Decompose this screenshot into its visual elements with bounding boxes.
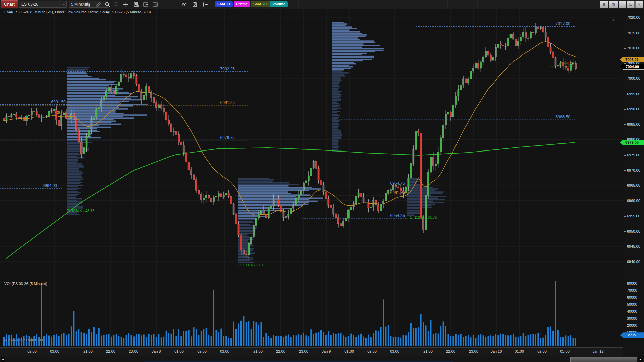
time-axis-tick: Jan 10 (491, 349, 502, 353)
copyright-text: © 2026 NinjaTrader, LLC (4, 338, 45, 342)
volume-panel-label: VOL(ES 03-26 (5 Minute)) (4, 282, 47, 286)
volume-axis-tick: 20000 (624, 323, 637, 327)
price-level-label: 6954.25 (390, 213, 405, 218)
scroll-right-arrow[interactable]: ► (638, 357, 643, 362)
time-axis-tick: 01:00 (515, 349, 524, 353)
panel-left-icon[interactable] (142, 1, 149, 8)
profile-sum-label: Σ: 1064K / 48.75 (67, 209, 94, 213)
time-axis[interactable]: 02:0003:0021:0022:0023:00Jan 801:0002:00… (0, 347, 623, 356)
price-axis-tick: 6990.00 (624, 107, 640, 111)
volume-axis-tick: 30000 (624, 316, 637, 320)
price-axis-tick: 6965.00 (624, 183, 640, 187)
time-axis-tick: 21:00 (423, 349, 433, 353)
time-axis-tick: 22:00 (446, 349, 455, 353)
close-button[interactable]: ✕ (635, 1, 643, 8)
time-axis-tick: 03:00 (50, 349, 59, 353)
price-axis-tick: 7010.00 (624, 46, 640, 50)
time-axis-tick: Jan 9 (322, 349, 331, 353)
indicator-badge-profile[interactable]: Profile (234, 1, 250, 7)
time-axis-tick: 22:00 (106, 349, 115, 353)
current-volume-badge: 2715 (620, 332, 644, 338)
profile-sum-label: Σ: 1091K / 37.75 (238, 263, 265, 267)
price-level-label: 6991.25 (220, 100, 235, 105)
volume-axis-tick: 60000 (624, 295, 637, 299)
volume-axis-tick: 40000 (624, 309, 637, 313)
time-axis-tick: 23:00 (469, 349, 478, 353)
time-axis-tick: 22:00 (276, 349, 285, 353)
price-level-label: 7017.00 (556, 21, 571, 26)
time-axis-tick: 03:00 (390, 349, 399, 353)
last-price-badge: 7004.00 (620, 64, 644, 70)
price-axis-tick: 6995.00 (624, 92, 640, 96)
crosshair-icon[interactable] (122, 1, 129, 8)
time-axis-tick: 03:00 (560, 349, 570, 353)
time-axis-tick: 21:00 (253, 349, 263, 353)
price-axis-tick: 6975.00 (624, 153, 640, 157)
chevron-down-icon: ▾ (63, 1, 65, 7)
scroll-left-arrow[interactable]: ◄ (1, 357, 5, 362)
list-icon[interactable] (202, 1, 209, 8)
ema-value-badge: 7006.21 (620, 57, 644, 62)
instrument-value: ES 03-26 (21, 2, 38, 7)
ninjatrader-chart-window: Σ: 1064K / 48.75Σ: 1091K / 37.75Σ: 1128K… (0, 0, 644, 362)
layout-split-button[interactable]: ◫ (609, 1, 618, 8)
price-level-label: 6986.50 (556, 115, 571, 119)
time-axis-tick: 21:00 (83, 349, 93, 353)
price-axis-tick: 6945.00 (624, 244, 640, 248)
volume-axis-tick: 70000 (624, 288, 637, 292)
time-axis-tick: 03:00 (220, 349, 229, 353)
time-axis-tick: Jan 8 (152, 349, 161, 353)
indicator-badge-sma200[interactable]: SMA 200 (251, 1, 271, 7)
window-controls: ▤ ◫ — ❐ ✕ (600, 1, 643, 8)
indicator-badge-ema21[interactable]: EMA 21 (215, 1, 233, 7)
back-arrow-icon[interactable]: ← (611, 15, 618, 23)
pencil-icon[interactable] (95, 1, 102, 8)
price-axis[interactable]: 7020.007015.007010.007005.007000.006995.… (623, 9, 644, 355)
chart-window-badge[interactable]: Chart (1, 0, 18, 8)
price-axis-tick: 6950.00 (624, 229, 640, 233)
time-axis-tick: 01:00 (344, 349, 354, 353)
price-axis-tick: 6970.00 (624, 168, 640, 172)
volume-axis-tick: 80000 (624, 281, 637, 285)
restore-button[interactable]: ❐ (627, 1, 635, 8)
toolbar: Chart ES 03-26 ▾ 5 Minute ▾ EMA 21 Profi… (0, 0, 644, 9)
layout-grid-button[interactable]: ▤ (600, 1, 608, 8)
price-level-label: 6979.75 (220, 135, 235, 140)
price-level-label: 7002.25 (220, 67, 235, 71)
chart-panel-icon[interactable] (152, 1, 158, 8)
time-axis-tick: Jan 12 (592, 349, 603, 353)
candlestick-chart-icon[interactable] (84, 1, 91, 8)
price-axis-tick: 6985.00 (624, 122, 640, 126)
instrument-dropdown[interactable]: ES 03-26 ▾ (19, 1, 67, 8)
zoom-in-icon[interactable] (104, 1, 111, 8)
zoom-out-icon (113, 1, 119, 8)
indicator-badge-volume[interactable]: Volume (270, 1, 288, 7)
time-axis-tick: 02:00 (367, 349, 377, 353)
price-level-label: 6991.50 (51, 100, 66, 104)
sma-value-badge: 6979.05 (620, 140, 644, 145)
price-axis-tick: 6940.00 (624, 260, 640, 264)
time-axis-tick: 02:00 (537, 349, 547, 353)
data-box-icon[interactable] (132, 1, 139, 8)
time-axis-tick: 01:00 (174, 349, 184, 353)
price-axis-tick: 6955.00 (624, 214, 640, 218)
zigzag-line-icon[interactable] (180, 1, 187, 8)
minimize-button[interactable]: — (619, 1, 626, 8)
time-axis-tick: 23:00 (129, 349, 138, 353)
price-level-label: 6964.75 (390, 181, 405, 186)
main-chart-canvas[interactable]: Σ: 1064K / 48.75Σ: 1091K / 37.75Σ: 1128K… (0, 0, 644, 362)
clipboard-icon[interactable] (191, 1, 198, 8)
price-axis-tick: 7020.00 (624, 15, 640, 19)
indicator-label: EMA(ES 03-26 (5 Minute),21), Order Flow … (4, 10, 151, 14)
time-axis-tick: 02:00 (27, 349, 37, 353)
price-level-label: 6964.00 (43, 183, 57, 188)
price-axis-tick: 7015.00 (624, 31, 640, 35)
time-axis-tick: 23:00 (299, 349, 308, 353)
volume-axis-tick: 50000 (624, 302, 637, 306)
price-axis-tick: 7000.00 (624, 76, 640, 80)
price-axis-tick: 6960.00 (624, 199, 640, 203)
scrollbar-thumb[interactable] (570, 357, 637, 362)
time-axis-tick: 02:00 (197, 349, 207, 353)
